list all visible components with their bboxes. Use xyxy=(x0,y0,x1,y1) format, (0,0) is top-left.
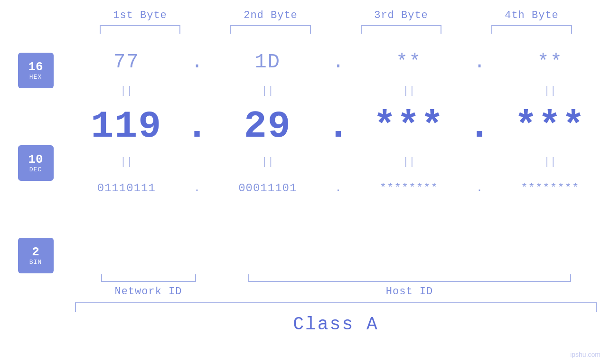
main-container: 1st Byte 2nd Byte 3rd Byte 4th Byte 16 H… xyxy=(0,0,610,364)
dec-dot3: . xyxy=(469,105,490,148)
byte2-header: 2nd Byte xyxy=(206,9,336,21)
dec-b1: 119 xyxy=(66,105,187,148)
bracket-line-1 xyxy=(100,25,180,34)
eq1-b2: || xyxy=(208,85,328,97)
bottom-bracket-area: Network ID Host ID xyxy=(75,274,597,298)
hex-row: 77 . 1D . ** . ** xyxy=(66,43,610,81)
watermark: ipshu.com xyxy=(570,351,601,358)
dec-dot1: . xyxy=(187,105,208,148)
hex-dot2: . xyxy=(328,51,349,74)
dec-b3-value: *** xyxy=(373,105,444,148)
bin-b4-value: ******** xyxy=(521,182,579,195)
hex-b3: ** xyxy=(349,51,469,74)
hex-b4-value: ** xyxy=(537,51,563,74)
dec-b4-value: *** xyxy=(515,105,586,148)
bracket-4 xyxy=(467,25,597,34)
bracket-3 xyxy=(336,25,467,34)
bin-b3-value: ******** xyxy=(380,182,438,195)
bin-badge-label: BIN xyxy=(29,259,42,266)
hex-b4: ** xyxy=(490,51,610,74)
dec-badge: 10 DEC xyxy=(18,145,54,181)
bin-dot2: . xyxy=(328,182,349,195)
network-id-label: Network ID xyxy=(114,286,182,298)
bracket-line-3 xyxy=(361,25,441,34)
bin-b2: 00011101 xyxy=(208,182,328,195)
eq1-b4: || xyxy=(490,85,610,97)
hex-b3-value: ** xyxy=(396,51,422,74)
eq2-b1: || xyxy=(66,156,187,168)
eq2-b4: || xyxy=(490,156,610,168)
eq1-b1: || xyxy=(66,85,187,97)
bin-badge-num: 2 xyxy=(32,245,39,259)
eq2-b2: || xyxy=(208,156,328,168)
host-id-bracket-line xyxy=(248,274,571,282)
hex-badge: 16 HEX xyxy=(18,53,54,88)
bin-badge: 2 BIN xyxy=(18,238,54,273)
network-id-bracket-line xyxy=(101,274,196,282)
host-id-label: Host ID xyxy=(386,286,433,298)
dec-b2-value: 29 xyxy=(244,105,291,148)
dec-badge-label: DEC xyxy=(29,166,42,173)
eq-row-1: || || || || xyxy=(66,81,610,100)
network-id-bracket-wrap: Network ID xyxy=(75,274,222,298)
hex-b2-value: 1D xyxy=(255,51,281,74)
dec-badge-num: 10 xyxy=(28,153,43,167)
eq2-b3: || xyxy=(349,156,469,168)
class-footer-bracket xyxy=(75,302,597,312)
eq-row-2: || || || || xyxy=(66,152,610,171)
bracket-line-2 xyxy=(230,25,311,34)
dec-b1-value: 119 xyxy=(91,105,162,148)
hex-b1-value: 77 xyxy=(113,51,139,74)
byte1-header: 1st Byte xyxy=(75,9,206,21)
eq1-b3: || xyxy=(349,85,469,97)
byte3-header: 3rd Byte xyxy=(336,9,467,21)
content-area: 16 HEX 10 DEC 2 BIN 77 xyxy=(0,43,610,273)
dec-b2: 29 xyxy=(208,105,328,148)
dec-b4: *** xyxy=(490,105,610,148)
bracket-2 xyxy=(206,25,336,34)
dec-dot2: . xyxy=(328,105,349,148)
byte4-header: 4th Byte xyxy=(467,9,597,21)
top-brackets xyxy=(75,25,597,34)
class-label: Class A xyxy=(75,314,597,335)
hex-dot1: . xyxy=(187,51,208,74)
bin-dot1: . xyxy=(187,182,208,195)
bin-row: 01110111 . 00011101 . ******** . xyxy=(66,171,610,205)
hex-dot3: . xyxy=(469,51,490,74)
host-id-bracket-wrap: Host ID xyxy=(222,274,597,298)
bin-b4: ******** xyxy=(490,182,610,195)
hex-b2: 1D xyxy=(208,51,328,74)
class-footer: Class A xyxy=(75,302,597,335)
hex-badge-label: HEX xyxy=(29,74,42,81)
bin-b3: ******** xyxy=(349,182,469,195)
bracket-line-4 xyxy=(491,25,572,34)
badges-column: 16 HEX 10 DEC 2 BIN xyxy=(0,43,66,273)
hex-b1: 77 xyxy=(66,51,187,74)
bin-dot3: . xyxy=(469,182,490,195)
bin-b1-value: 01110111 xyxy=(97,182,156,195)
data-columns: 77 . 1D . ** . ** xyxy=(66,43,610,205)
byte-headers: 1st Byte 2nd Byte 3rd Byte 4th Byte xyxy=(75,9,597,21)
dec-row: 119 . 29 . *** . *** xyxy=(66,100,610,152)
dec-b3: *** xyxy=(349,105,469,148)
hex-badge-num: 16 xyxy=(28,60,43,74)
bin-b2-value: 00011101 xyxy=(238,182,297,195)
bracket-1 xyxy=(75,25,206,34)
bin-b1: 01110111 xyxy=(66,182,187,195)
